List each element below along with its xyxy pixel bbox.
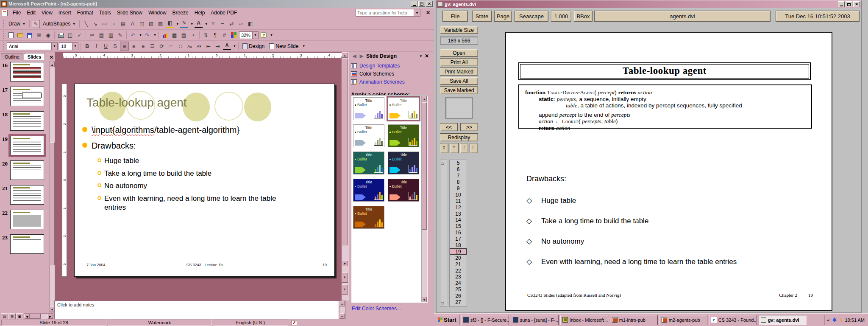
fill-color-icon[interactable]: ◧ [166,20,174,28]
slide-thumbnail-20[interactable]: 20 [1,160,47,180]
page-number-14[interactable]: 14 [450,217,467,223]
scroll-left-icon[interactable]: ◀ [24,314,30,319]
insert-object-icon[interactable]: ◔ [189,31,197,39]
scroll-down-icon[interactable]: ▼ [342,261,348,266]
scroll-up-icon[interactable]: ▲ [422,96,427,101]
scroll-thumb[interactable] [30,314,41,319]
unmark-all-button[interactable]: ⠇ [470,143,478,153]
menu-view[interactable]: View [39,8,56,17]
previous-slide-icon[interactable]: ⇞ [342,273,348,283]
gv-filename-button[interactable]: agents.dvi [594,11,771,22]
menu-edit[interactable]: Edit [24,8,39,17]
page-number-27[interactable]: 27 [450,299,467,306]
notes-scrollbar[interactable]: ▲ ▼ [339,301,346,319]
menu-window[interactable]: Window [145,8,170,17]
variable-size-button[interactable]: Variable Size [440,26,478,34]
numbering-icon[interactable]: ≔ [167,42,175,50]
taskbar-task-gv-agents-dvi[interactable]: gv: agents.dvi [759,315,807,325]
page-list-scrollbar[interactable]: △ ▽ [440,160,447,307]
line-icon[interactable]: ╲ [82,20,90,28]
redo-icon[interactable]: ↷ [143,31,151,39]
bullets-icon[interactable]: ∷ [176,42,184,50]
toggle-odd-marks-button[interactable]: ⠪ [460,143,468,153]
menu-insert[interactable]: Insert [56,8,74,17]
draw-menu-button[interactable]: Draw▼ [7,20,27,27]
print-marked-button[interactable]: Print Marked [440,67,478,76]
edit-color-schemes-link[interactable]: Edit Color Schemes... [352,306,401,312]
page-number-15[interactable]: 15 [450,223,467,230]
font-color-icon[interactable]: A [195,20,203,28]
new-slide-button[interactable]: New Slide [267,43,300,50]
page-locator-box[interactable] [445,97,473,119]
next-page-button[interactable]: >> [460,123,478,131]
scroll-right-icon[interactable]: ▶ [47,314,53,319]
rectangle-icon[interactable]: ▭ [100,20,108,28]
page-number-9[interactable]: 9 [450,185,467,192]
open-button[interactable]: Open [440,49,478,57]
tray-app-icon[interactable]: ✱ [832,317,837,323]
gv-page-button[interactable]: Page [494,11,512,22]
page-number-26[interactable]: 26 [450,293,467,299]
scroll-thumb[interactable] [422,102,427,230]
toolbar-grip[interactable] [3,31,4,39]
page-number-17[interactable]: 17 [450,236,467,242]
page-number-12[interactable]: 12 [450,204,467,211]
page-number-10[interactable]: 10 [450,191,467,198]
select-pointer-icon[interactable]: ⇖ [32,20,40,28]
color-scheme-option-6[interactable]: TitleBullet [388,152,419,174]
question-input[interactable] [356,9,414,17]
picture-icon[interactable]: ▨ [156,20,164,28]
redisplay-button[interactable]: Redisplay [440,133,478,141]
gv-file-button[interactable]: File [442,11,468,22]
page-number-19[interactable]: 19 [450,248,467,255]
3d-style-icon[interactable]: ◧ [246,20,254,28]
shrink-font-icon[interactable]: A▾ [195,42,203,50]
gv-state-button[interactable]: State [472,11,492,22]
pane-close-icon[interactable]: ✕ [425,53,429,59]
line-style-icon[interactable]: ≡ [209,20,217,28]
paste-icon[interactable]: ▥ [107,31,115,39]
page-number-13[interactable]: 13 [450,211,467,217]
scroll-down-icon[interactable]: ▼ [422,297,427,302]
font-name-combo[interactable]: Arial▼ [7,42,58,50]
toolbar-grip[interactable] [3,42,4,50]
format-painter-icon[interactable]: ✎ [116,31,124,39]
menu-breeze[interactable]: Breeze [170,8,192,17]
mail-icon[interactable]: ✉ [35,31,43,39]
slide-thumbnail-17[interactable]: 17 [1,87,47,106]
prev-page-button[interactable]: << [440,123,458,131]
page-number-25[interactable]: 25 [450,287,467,293]
align-center-icon[interactable]: ≡ [130,42,138,50]
open-icon[interactable] [16,31,24,39]
slide-bullet[interactable]: Huge table [75,157,331,166]
scroll-thumb[interactable] [50,142,55,265]
slide-thumbnail-16[interactable]: 16 [1,62,47,82]
page-number-16[interactable]: 16 [450,230,467,236]
toggle-even-marks-button[interactable]: ⠛ [450,143,458,153]
color-scheme-option-5[interactable]: TitleBullet [353,152,384,174]
spelling-icon[interactable]: ✓ [75,31,83,39]
taskbar-task-cs-3243-found-[interactable]: eCS 3243 - Found... [709,315,757,325]
wordart-icon[interactable]: A [128,20,136,28]
color-schemes-icon[interactable] [230,31,238,39]
new-icon[interactable] [7,31,15,39]
page-number-22[interactable]: 22 [450,267,467,274]
insert-table-icon[interactable]: ▦ [170,31,178,39]
gv-1-000-button[interactable]: 1.000 [551,11,571,22]
color-scheme-option-2[interactable]: TitleBullet [388,97,419,120]
page-number-20[interactable]: 20 [450,255,467,261]
taskbar-task-sf3-f-secure-[interactable]: sf3 - [] - F-Secure... [461,315,509,325]
color-scheme-option-9[interactable]: TitleBullet [353,206,384,229]
slide-bullet[interactable]: Drawbacks: [75,141,331,151]
search-icon[interactable]: ◉ [44,31,52,39]
print-preview-icon[interactable]: ◫ [66,31,74,39]
slide-thumbnail-21[interactable]: 21 [1,185,47,205]
insert-chart-icon[interactable] [161,31,169,39]
tray-power-icon[interactable]: ϟ [840,317,843,323]
toolbar-grip[interactable] [3,20,4,28]
pane-dropdown-icon[interactable]: ▼ [419,54,423,58]
save-icon[interactable] [25,31,33,39]
align-left-icon[interactable]: ≡ [120,42,128,50]
slide-canvas[interactable]: Table-lookup agent \input{algorithms/tab… [74,84,335,277]
toolbar-options-icon[interactable]: ▼ [302,45,305,48]
